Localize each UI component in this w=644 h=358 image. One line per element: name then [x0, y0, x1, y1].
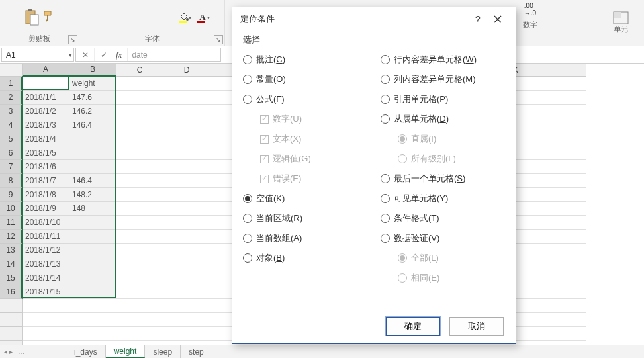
cell[interactable]	[116, 202, 163, 216]
radio-option[interactable]: 最后一个单元格(S)	[381, 169, 505, 189]
paste-button[interactable]	[24, 8, 40, 26]
row-header[interactable]: 14	[0, 257, 23, 271]
cell[interactable]	[69, 271, 116, 285]
row-header[interactable]: 6	[0, 146, 23, 160]
cell[interactable]: 2018/1/8	[23, 188, 69, 202]
radio-option[interactable]: 公式(F)	[243, 89, 367, 109]
cell[interactable]: 2018/1/7	[23, 174, 69, 188]
cell[interactable]: 146.4	[69, 118, 116, 132]
radio-option[interactable]: 当前区域(R)	[243, 208, 367, 228]
cell[interactable]: 148.2	[69, 188, 116, 202]
cell[interactable]	[163, 285, 210, 299]
cell[interactable]: 2018/1/4	[23, 132, 69, 146]
cell[interactable]	[163, 257, 210, 271]
cell[interactable]	[163, 244, 210, 257]
clipboard-launcher[interactable]: ↘	[68, 35, 77, 44]
cell[interactable]: 2018/1/6	[23, 160, 69, 174]
cell[interactable]	[539, 285, 586, 299]
cell[interactable]: 146.2	[69, 105, 116, 118]
cell[interactable]	[539, 160, 586, 174]
cell[interactable]	[116, 118, 163, 132]
cell[interactable]	[539, 257, 586, 271]
row-header[interactable]: 10	[0, 202, 23, 216]
cell[interactable]: weight	[69, 77, 116, 91]
cell[interactable]	[163, 160, 210, 174]
cell[interactable]: 2018/1/13	[23, 257, 69, 271]
radio-option[interactable]: 批注(C)	[243, 50, 367, 69]
cell[interactable]	[539, 77, 586, 91]
cell[interactable]	[116, 146, 163, 160]
col-header[interactable]: C	[116, 64, 163, 77]
accept-edit-button[interactable]: ✓	[95, 48, 113, 61]
cell[interactable]	[539, 271, 586, 285]
cell[interactable]: 2018/1/14	[23, 271, 69, 285]
row-header[interactable]: 2	[0, 91, 23, 105]
cell[interactable]	[539, 202, 586, 216]
sheet-tab[interactable]: step	[181, 345, 212, 358]
radio-option[interactable]: 可见单元格(Y)	[381, 189, 505, 208]
cell[interactable]	[539, 216, 586, 230]
cell[interactable]	[69, 244, 116, 257]
cell[interactable]	[116, 91, 163, 105]
radio-option[interactable]: 常量(O)	[243, 69, 367, 89]
select-all-corner[interactable]	[0, 64, 23, 77]
cell[interactable]	[69, 132, 116, 146]
row-header[interactable]: 16	[0, 285, 23, 299]
radio-option[interactable]: 对象(B)	[243, 248, 367, 268]
name-box[interactable]: A1 ▾	[1, 48, 74, 62]
row-header[interactable]: 4	[0, 118, 23, 132]
cell[interactable]: 2018/1/15	[23, 285, 69, 299]
cell[interactable]	[163, 77, 210, 91]
cell[interactable]	[69, 285, 116, 299]
cell[interactable]	[539, 132, 586, 146]
cell[interactable]: 2018/1/9	[23, 202, 69, 216]
col-header[interactable]: B	[69, 64, 116, 77]
cell[interactable]: 148	[69, 202, 116, 216]
cell[interactable]	[116, 285, 163, 299]
row-header[interactable]: 1	[0, 77, 23, 91]
row-header[interactable]: 15	[0, 271, 23, 285]
cell[interactable]	[116, 257, 163, 271]
radio-option[interactable]: 空值(K)	[243, 189, 367, 208]
row-header[interactable]: 8	[0, 174, 23, 188]
cell[interactable]: 2018/1/10	[23, 216, 69, 230]
cell[interactable]	[116, 271, 163, 285]
cell[interactable]	[163, 146, 210, 160]
fx-icon[interactable]: fx	[113, 48, 128, 61]
radio-option[interactable]: 引用单元格(P)	[381, 89, 505, 109]
cell[interactable]	[163, 230, 210, 244]
cell[interactable]	[69, 160, 116, 174]
cell[interactable]	[163, 132, 210, 146]
col-header[interactable]: A	[23, 64, 69, 77]
cell[interactable]	[69, 230, 116, 244]
radio-option[interactable]: 当前数组(A)	[243, 228, 367, 248]
sheet-tab[interactable]: weight	[106, 345, 146, 358]
cell[interactable]: date	[23, 77, 69, 91]
cell[interactable]	[163, 91, 210, 105]
cell[interactable]	[116, 132, 163, 146]
cell[interactable]	[116, 160, 163, 174]
format-painter-button[interactable]	[42, 9, 56, 24]
sheet-tab[interactable]: i_days	[66, 345, 106, 358]
row-header[interactable]: 11	[0, 216, 23, 230]
row-header[interactable]: 13	[0, 244, 23, 257]
cell[interactable]	[163, 105, 210, 118]
cell[interactable]	[116, 77, 163, 91]
cell[interactable]	[163, 174, 210, 188]
cancel-edit-button[interactable]: ✕	[76, 48, 95, 61]
cell[interactable]: 2018/1/11	[23, 230, 69, 244]
ok-button[interactable]: 确定	[386, 317, 440, 336]
dialog-titlebar[interactable]: 定位条件 ?	[232, 7, 516, 31]
cell[interactable]	[539, 91, 586, 105]
radio-option[interactable]: 列内容差异单元格(M)	[381, 69, 505, 89]
radio-option[interactable]: 条件格式(T)	[381, 208, 505, 228]
cell[interactable]	[116, 230, 163, 244]
cell[interactable]	[116, 174, 163, 188]
radio-option[interactable]: 数据验证(V)	[381, 228, 505, 248]
cell[interactable]	[539, 105, 586, 118]
col-header[interactable]	[539, 64, 586, 77]
cell[interactable]	[539, 244, 586, 257]
tab-nav[interactable]: ◂ ▸ …	[0, 345, 28, 358]
cell[interactable]	[163, 202, 210, 216]
cell[interactable]	[163, 216, 210, 230]
